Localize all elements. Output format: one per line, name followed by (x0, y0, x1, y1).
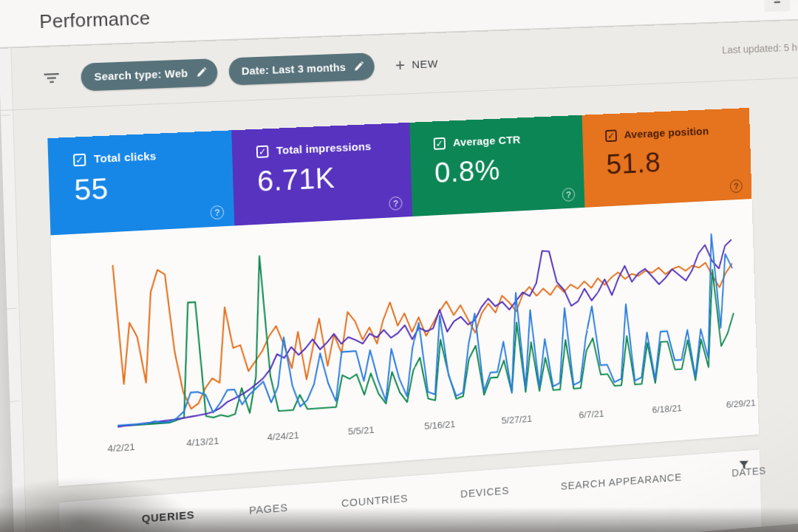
new-filter-label: NEW (412, 57, 438, 71)
help-icon[interactable]: ? (210, 205, 224, 220)
line-chart (109, 215, 740, 432)
x-tick-label: 6/29/21 (726, 398, 756, 410)
x-tick-label: 4/24/21 (267, 429, 299, 443)
download-icon (771, 0, 784, 5)
sidebar-divider (10, 400, 19, 402)
tab-devices[interactable]: DEVICES (460, 484, 510, 499)
x-tick-label: 6/18/21 (652, 403, 682, 415)
metric-card-total-impressions[interactable]: ✓ Total impressions 6.71K ? (231, 123, 412, 226)
card-header: ✓ Total impressions (256, 138, 411, 158)
metric-value: 51.8 (606, 142, 751, 182)
search-type-chip-label: Search type: Web (94, 66, 188, 83)
metric-card-average-position[interactable]: ✓ Average position 51.8 ? (582, 108, 752, 208)
x-tick-label: 4/2/21 (107, 441, 135, 454)
metric-label: Average CTR (453, 133, 521, 149)
sidebar-divider (1, 115, 10, 116)
x-tick-label: 4/13/21 (186, 435, 219, 449)
x-tick-label: 5/16/21 (424, 419, 455, 432)
plus-icon: + (395, 56, 406, 74)
edit-pencil-icon (196, 66, 207, 78)
checked-checkbox-icon[interactable]: ✓ (605, 129, 617, 142)
x-tick-label: 5/5/21 (348, 424, 375, 437)
screen-photo: Performance Search t (0, 0, 798, 532)
x-tick-label: 6/7/21 (579, 408, 604, 420)
metric-value: 0.8% (434, 149, 584, 190)
performance-chart-card: 4/2/21 4/13/21 4/24/21 5/5/21 5/16/21 5/… (50, 199, 758, 486)
date-range-chip-label: Date: Last 3 months (242, 61, 346, 77)
checked-checkbox-icon[interactable]: ✓ (256, 145, 269, 157)
page-title: Performance (39, 7, 151, 33)
sidebar-divider (7, 308, 16, 310)
help-icon[interactable]: ? (389, 197, 402, 211)
last-updated-text: Last updated: 5 hour (722, 38, 798, 55)
new-filter-button[interactable]: + NEW (395, 55, 439, 73)
checked-checkbox-icon[interactable]: ✓ (73, 153, 86, 166)
tab-pages[interactable]: PAGES (249, 501, 288, 516)
card-header: ✓ Average position (605, 123, 750, 142)
metric-value: 55 (74, 166, 233, 208)
metric-label: Total impressions (276, 140, 372, 157)
metric-label: Total clicks (94, 149, 157, 166)
search-console-window: Performance Search t (0, 0, 798, 532)
tab-countries[interactable]: COUNTRIES (341, 492, 409, 509)
perspective-wrapper: Performance Search t (0, 0, 798, 532)
check-glyph: ✓ (436, 138, 444, 148)
metric-card-total-clicks[interactable]: ✓ Total clicks 55 ? (47, 130, 234, 235)
sidebar-edge (0, 48, 28, 532)
search-type-chip[interactable]: Search type: Web (81, 58, 218, 92)
metric-value: 6.71K (257, 157, 412, 199)
metric-label: Average position (624, 125, 709, 141)
help-icon[interactable]: ? (730, 180, 743, 194)
table-filter-icon[interactable] (739, 460, 749, 471)
chart-canvas (109, 215, 740, 432)
help-icon[interactable]: ? (562, 188, 576, 202)
series-average-position (112, 231, 735, 414)
metric-card-average-ctr[interactable]: ✓ Average CTR 0.8% ? (409, 115, 584, 216)
tab-search-appearance[interactable]: SEARCH APPEARANCE (560, 471, 682, 492)
date-range-chip[interactable]: Date: Last 3 months (228, 52, 375, 85)
check-glyph: ✓ (607, 131, 615, 140)
checked-checkbox-icon[interactable]: ✓ (434, 137, 446, 149)
export-button[interactable] (764, 0, 791, 12)
tab-queries[interactable]: QUERIES (142, 508, 195, 525)
check-glyph: ✓ (259, 146, 267, 156)
edit-pencil-icon (353, 61, 364, 72)
check-glyph: ✓ (75, 154, 83, 164)
card-header: ✓ Average CTR (434, 131, 583, 150)
card-header: ✓ Total clicks (73, 146, 232, 167)
filter-list-icon[interactable] (44, 72, 61, 84)
x-tick-label: 5/27/21 (502, 413, 533, 426)
